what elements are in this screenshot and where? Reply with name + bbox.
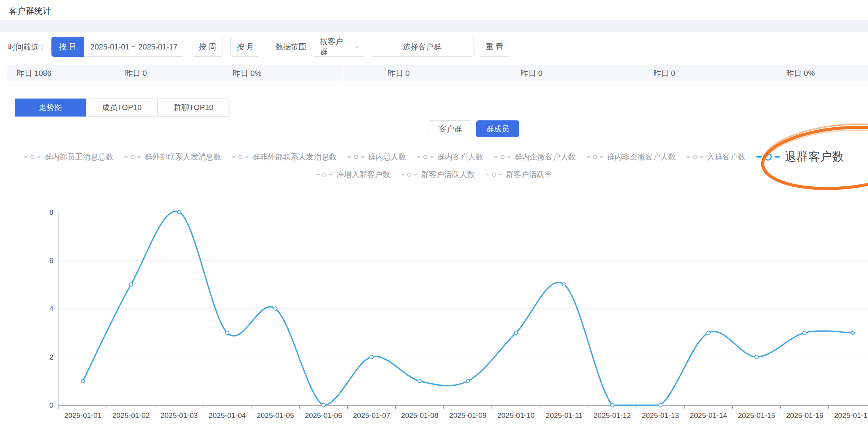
stat-yesterday-value: 昨日 0 — [125, 65, 147, 81]
svg-text:2025-01-08: 2025-01-08 — [401, 411, 438, 419]
message-stats-card: 昨日 1086昨日 0昨日 0% — [7, 65, 342, 81]
legend-item[interactable]: 群内总人数 — [348, 152, 406, 162]
legend-item-label: 群内总人数 — [368, 152, 406, 162]
date-range-input[interactable]: 2025-01-01 ~ 2025-01-17 — [84, 37, 184, 57]
stat-yesterday-value: 昨日 0 — [653, 65, 675, 81]
svg-text:2025-01-11: 2025-01-11 — [546, 411, 583, 419]
scope-label: 数据范围： — [276, 41, 314, 53]
legend-item-label: 群外部联系人发消息数 — [145, 152, 221, 162]
tab-group-top10[interactable]: 群聊TOP10 — [158, 99, 229, 117]
svg-text:2025-01-05: 2025-01-05 — [257, 411, 294, 419]
legend-dash-icon — [756, 156, 762, 158]
stat-yesterday-value: 昨日 0 — [388, 65, 410, 81]
legend-dash-icon — [430, 156, 434, 158]
legend-dash-icon — [486, 174, 489, 175]
legend-item-label: 退群客户数 — [785, 149, 844, 165]
legend-item[interactable]: 群客户活跃率 — [486, 169, 552, 180]
member-stats-card: 昨日 0昨日 0昨日 0昨日 0% — [343, 65, 868, 81]
reset-button[interactable]: 重 置 — [479, 37, 510, 57]
legend-item-label: 入群客户数 — [707, 152, 746, 162]
legend-dash-icon — [24, 156, 28, 158]
svg-text:6: 6 — [49, 256, 53, 265]
legend-item[interactable]: 群内客户人数 — [417, 152, 484, 162]
header-divider-band — [0, 20, 868, 32]
select-group-button[interactable]: 选择客户群 — [370, 37, 474, 57]
legend-dash-icon — [232, 156, 236, 158]
legend-circle-marker-icon — [693, 155, 697, 159]
customer-group-statistics-page: 客户群统计 时间筛选： 按 日 2025-01-01 ~ 2025-01-17 … — [0, 0, 868, 424]
chevron-down-icon — [354, 44, 360, 49]
legend-dash-icon — [494, 156, 498, 158]
legend-dash-icon — [316, 174, 320, 175]
chart-legend-row-2: 净增入群客户数群客户活跃人数群客户活跃率 — [0, 169, 868, 180]
svg-text:2025-01-10: 2025-01-10 — [497, 411, 535, 419]
scope-select[interactable]: 按客户群 — [313, 37, 365, 57]
svg-text:4: 4 — [49, 305, 53, 313]
svg-text:2025-01-12: 2025-01-12 — [594, 411, 631, 419]
legend-dash-icon — [37, 156, 41, 158]
svg-text:2025-01-09: 2025-01-09 — [449, 411, 487, 419]
legend-item-label: 群内客户人数 — [437, 152, 484, 162]
legend-circle-marker-icon — [764, 153, 772, 161]
legend-item[interactable]: 群内非企微客户人数 — [587, 152, 676, 162]
legend-circle-marker-icon — [593, 155, 597, 159]
svg-text:2025-01-15: 2025-01-15 — [738, 411, 775, 419]
legend-item[interactable]: 入群客户数 — [687, 152, 746, 162]
legend-item-label: 群内非企微客户人数 — [607, 152, 676, 162]
svg-text:2025-01-04: 2025-01-04 — [209, 411, 246, 419]
legend-circle-marker-icon — [238, 155, 243, 159]
legend-dash-icon — [348, 156, 351, 158]
legend-dash-icon — [507, 156, 511, 158]
chart-legend-row-1: 群内部员工消息总数群外部联系人发消息数群非外部联系人发消息数群内总人数群内客户人… — [0, 149, 868, 165]
legend-dash-icon — [600, 156, 603, 158]
tab-trend-chart[interactable]: 走势图 — [15, 99, 86, 117]
legend-item-label: 群非外部联系人发消息数 — [252, 152, 337, 162]
page-header: 客户群统计 — [0, 0, 868, 20]
stat-yesterday-value: 昨日 0 — [521, 65, 543, 81]
svg-text:2025-01-01: 2025-01-01 — [64, 411, 101, 419]
legend-item-label: 群客户活跃人数 — [421, 169, 475, 180]
svg-text:2: 2 — [49, 353, 53, 361]
by-week-button[interactable]: 按 周 — [192, 37, 223, 57]
legend-dash-icon — [401, 174, 404, 175]
legend-circle-marker-icon — [354, 155, 358, 159]
svg-text:2025-01-14: 2025-01-14 — [690, 411, 728, 419]
by-day-button[interactable]: 按 日 — [51, 37, 84, 57]
tab-member-top10[interactable]: 成员TOP10 — [86, 99, 158, 117]
legend-dash-icon — [700, 156, 703, 158]
legend-item[interactable]: 净增入群客户数 — [316, 169, 390, 180]
legend-circle-marker-icon — [423, 155, 427, 159]
legend-dash-icon — [417, 156, 421, 158]
legend-dash-icon — [687, 156, 690, 158]
legend-dash-icon — [245, 156, 249, 158]
legend-dash-icon — [774, 156, 780, 158]
legend-circle-marker-icon — [30, 155, 35, 159]
time-filter-label: 时间筛选： — [8, 41, 46, 53]
legend-item[interactable]: 群客户活跃人数 — [401, 169, 475, 180]
svg-text:2025-01-13: 2025-01-13 — [642, 411, 679, 419]
legend-item[interactable]: 群外部联系人发消息数 — [124, 152, 221, 162]
by-month-button[interactable]: 按 月 — [230, 37, 260, 57]
legend-item[interactable]: 群内企微客户人数 — [494, 152, 576, 162]
toggle-customer-group[interactable]: 客户群 — [429, 120, 472, 137]
legend-item[interactable]: 群内部员工消息总数 — [24, 152, 114, 162]
stat-yesterday-value: 昨日 1086 — [17, 65, 51, 81]
svg-text:0: 0 — [49, 401, 53, 409]
legend-circle-marker-icon — [500, 155, 505, 159]
scope-select-value: 按客户群 — [320, 36, 350, 57]
legend-dash-icon — [329, 174, 333, 175]
legend-circle-marker-icon — [130, 155, 135, 159]
svg-text:8: 8 — [49, 208, 53, 216]
legend-item-label: 群客户活跃率 — [506, 169, 552, 180]
trend-line-chart: 024682025-01-012025-01-022025-01-032025-… — [0, 199, 868, 424]
legend-dash-icon — [587, 156, 590, 158]
legend-dash-icon — [137, 156, 141, 158]
svg-text:2025-01-07: 2025-01-07 — [353, 411, 390, 419]
legend-item[interactable]: 群非外部联系人发消息数 — [232, 152, 337, 162]
legend-dash-icon — [414, 174, 417, 175]
svg-text:2025-01-17: 2025-01-17 — [834, 411, 868, 419]
toggle-group-member[interactable]: 群成员 — [476, 120, 519, 137]
legend-item[interactable]: 退群客户数 — [756, 149, 844, 165]
legend-item-label: 群内企微客户人数 — [515, 152, 576, 162]
legend-dash-icon — [499, 174, 502, 175]
